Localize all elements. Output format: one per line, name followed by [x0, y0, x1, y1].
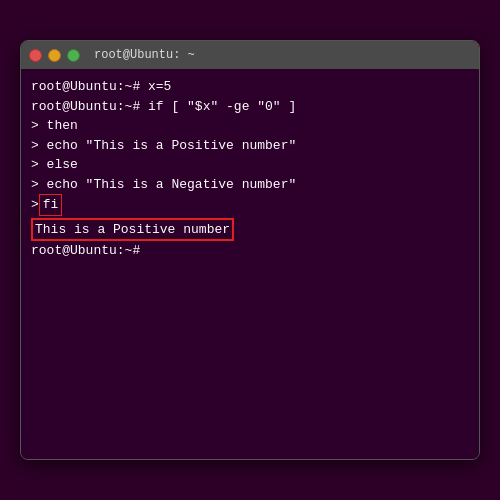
- desktop: root@Ubuntu: ~ root@Ubuntu:~# x=5 root@U…: [0, 0, 500, 500]
- terminal-window: root@Ubuntu: ~ root@Ubuntu:~# x=5 root@U…: [20, 40, 480, 460]
- terminal-body[interactable]: root@Ubuntu:~# x=5 root@Ubuntu:~# if [ "…: [21, 69, 479, 459]
- titlebar: root@Ubuntu: ~: [21, 41, 479, 69]
- terminal-line-5: > else: [31, 155, 469, 175]
- minimize-button[interactable]: [48, 49, 61, 62]
- fi-keyword: fi: [39, 194, 63, 216]
- fi-prompt: >: [31, 195, 39, 215]
- terminal-line-fi: > fi: [31, 194, 469, 216]
- maximize-button[interactable]: [67, 49, 80, 62]
- terminal-output-line: This is a Positive number: [31, 218, 469, 242]
- terminal-line-6: > echo "This is a Negative number": [31, 175, 469, 195]
- terminal-line-prompt: root@Ubuntu:~#: [31, 241, 469, 261]
- positive-output: This is a Positive number: [31, 218, 234, 242]
- window-title: root@Ubuntu: ~: [94, 48, 195, 62]
- close-button[interactable]: [29, 49, 42, 62]
- terminal-line-4: > echo "This is a Positive number": [31, 136, 469, 156]
- terminal-line-1: root@Ubuntu:~# x=5: [31, 77, 469, 97]
- terminal-line-2: root@Ubuntu:~# if [ "$x" -ge "0" ]: [31, 97, 469, 117]
- terminal-line-3: > then: [31, 116, 469, 136]
